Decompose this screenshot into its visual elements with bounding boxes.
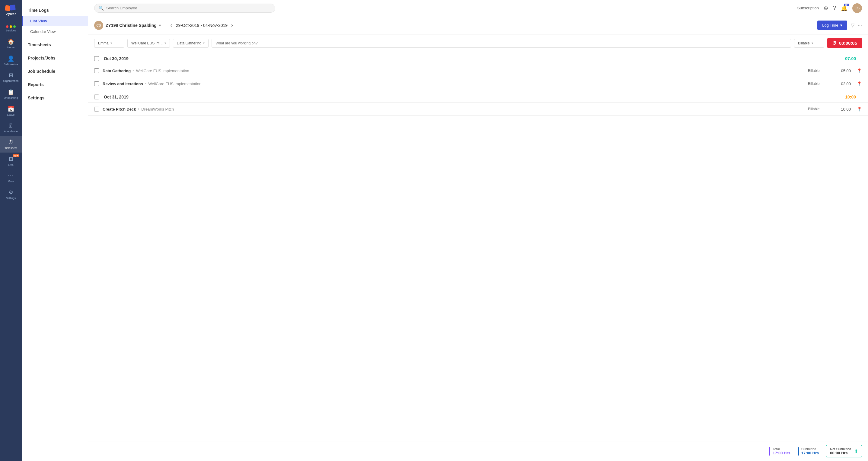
subscription-link[interactable]: Subscription [797, 6, 819, 10]
sidebar: Time Logs List View Calendar View Timesh… [22, 0, 88, 461]
nav-onboarding-label: Onboarding [4, 96, 18, 100]
nav-attendance-label: Attendance [4, 130, 18, 133]
nav-more-label: More [8, 180, 14, 183]
next-date-button[interactable]: › [231, 22, 233, 28]
nav-item-self-service[interactable]: 👤 Self-service [0, 52, 22, 69]
task-billable-0-1: Billable [808, 82, 829, 86]
nav-item-services[interactable]: Services [0, 22, 22, 35]
app-logo[interactable]: Zylker [4, 4, 17, 18]
nav-item-leave[interactable]: 📅 Leave [0, 103, 22, 120]
task-billable-0-0: Billable [808, 68, 829, 73]
nav-item-home[interactable]: 🏠 Home [0, 35, 22, 52]
services-dots-icon [6, 25, 16, 28]
submitted-value: 17:00 Hrs [801, 451, 819, 455]
task-info-1-0: Create Pitch Deck • DreamWorks Pitch [103, 106, 804, 112]
lms-new-badge: NEW [13, 154, 19, 157]
left-navigation: Zylker Services 🏠 Home 👤 Self-service ⊞ … [0, 0, 22, 461]
project-filter-arrow-icon: ▾ [164, 41, 166, 45]
billable-filter-arrow-icon: ▾ [812, 41, 813, 45]
log-time-button[interactable]: Log Time ▾ [817, 21, 847, 30]
task-name-0-0: Data Gathering [103, 68, 131, 73]
nav-settings-label: Settings [6, 197, 16, 200]
total-bar [769, 447, 770, 456]
svg-text:Zylker: Zylker [6, 12, 16, 16]
add-icon[interactable]: ⊕ [824, 5, 828, 11]
nav-leave-label: Leave [7, 113, 15, 117]
sidebar-title-projects[interactable]: Projects/Jobs [22, 53, 88, 63]
task-sep-0-0: • [132, 68, 134, 74]
billable-filter-dropdown[interactable]: Billable ▾ [794, 39, 824, 48]
footer-summary: Total 17:00 Hrs Submitted 17:00 Hrs Not … [88, 441, 868, 461]
filter-icon[interactable]: ▽ [851, 22, 855, 28]
total-summary-text: Total 17:00 Hrs [773, 447, 790, 455]
task-name-1-0: Create Pitch Deck [103, 107, 136, 112]
project-filter-dropdown[interactable]: WellCare EUS Im... ▾ [127, 39, 170, 48]
total-label: Total [773, 447, 790, 451]
search-input[interactable] [106, 6, 271, 10]
sidebar-section-jobschedule: Job Schedule [22, 66, 88, 77]
not-submitted-value: 00:00 Hrs [830, 451, 851, 455]
submitted-bar [798, 447, 799, 456]
table-row: Create Pitch Deck • DreamWorks Pitch Bil… [88, 103, 868, 116]
task-info-0-0: Data Gathering • WellCare EUS Implementa… [103, 68, 804, 74]
nav-item-more[interactable]: ··· More [0, 170, 22, 186]
leave-icon: 📅 [7, 106, 14, 112]
date-label-oct31: Oct 31, 2019 [104, 94, 129, 99]
sidebar-title-timelogs[interactable]: Time Logs [22, 5, 88, 16]
date-group-checkbox-oct30[interactable] [94, 56, 99, 61]
sidebar-section-timesheets: Timesheets [22, 39, 88, 50]
nav-item-onboarding[interactable]: 📋 Onboarding [0, 86, 22, 103]
table-row: Data Gathering • WellCare EUS Implementa… [88, 64, 868, 77]
timelog-content: Oct 30, 2019 07:00 Data Gathering • Well… [88, 52, 868, 441]
task-sep-0-1: • [145, 81, 147, 86]
employee-selector[interactable]: CS ZY198 Christine Spalding ▾ [94, 21, 161, 30]
date-navigation: ‹ 29-Oct-2019 - 04-Nov-2019 › [170, 22, 233, 28]
help-icon[interactable]: ? [833, 5, 836, 11]
employee-name: ZY198 Christine Spalding [105, 23, 157, 28]
task-filter-dropdown[interactable]: Data Gathering ▾ [173, 39, 209, 48]
task-filter-value: Data Gathering [177, 41, 201, 45]
log-time-dropdown-icon: ▾ [840, 23, 842, 28]
nav-item-lms[interactable]: NEW ⊞ LMS [0, 152, 22, 170]
notification-icon[interactable]: 🔔 99+ [841, 5, 847, 11]
location-icon-0-0: 📍 [857, 68, 862, 73]
self-service-icon: 👤 [7, 55, 14, 62]
sidebar-title-timesheets[interactable]: Timesheets [22, 39, 88, 50]
lms-icon: ⊞ [9, 155, 13, 162]
date-group-oct30: Oct 30, 2019 07:00 [88, 52, 868, 64]
not-submitted-label: Not Submitted [830, 447, 851, 451]
sidebar-title-settings[interactable]: Settings [22, 92, 88, 103]
nav-lms-label: LMS [8, 163, 14, 167]
sidebar-item-list-view[interactable]: List View [22, 16, 88, 26]
svg-rect-1 [10, 4, 16, 10]
location-icon-1-0: 📍 [857, 107, 862, 112]
nav-item-organization[interactable]: ⊞ Organization [0, 69, 22, 86]
submit-icon[interactable]: ⬆ [854, 448, 858, 454]
work-input[interactable] [212, 39, 791, 48]
more-icon: ··· [7, 173, 14, 179]
employee-avatar: CS [94, 21, 103, 30]
date-group-checkbox-oct31[interactable] [94, 94, 99, 99]
sidebar-item-calendar-view[interactable]: Calendar View [22, 26, 88, 37]
entry-checkbox-0-0[interactable] [94, 68, 99, 73]
entry-checkbox-1-0[interactable] [94, 107, 99, 112]
prev-date-button[interactable]: ‹ [170, 22, 172, 28]
more-options-icon[interactable]: ··· [858, 23, 862, 28]
sidebar-title-reports[interactable]: Reports [22, 79, 88, 90]
submitted-summary: Submitted 17:00 Hrs [798, 447, 819, 456]
nav-item-settings[interactable]: ⚙ Settings [0, 186, 22, 203]
timer-display: 00:00:05 [839, 40, 857, 46]
search-box[interactable]: 🔍 [94, 4, 275, 13]
entry-checkbox-0-1[interactable] [94, 81, 99, 86]
nav-item-attendance[interactable]: 🗓 Attendance [0, 120, 22, 136]
employee-filter-dropdown[interactable]: Emma ▾ [94, 39, 124, 48]
timer-button[interactable]: ⏱ 00:00:05 [827, 38, 862, 48]
content-header: CS ZY198 Christine Spalding ▾ ‹ 29-Oct-2… [88, 16, 868, 34]
date-range-display: 29-Oct-2019 - 04-Nov-2019 [176, 23, 227, 28]
nav-timesheet-label: Timesheet [4, 146, 17, 150]
nav-item-timesheet[interactable]: ⏱ Timesheet [0, 136, 22, 153]
submitted-label: Submitted [801, 447, 819, 451]
sidebar-title-jobschedule[interactable]: Job Schedule [22, 66, 88, 77]
timesheet-icon: ⏱ [8, 139, 13, 146]
user-avatar[interactable]: CS [852, 3, 862, 13]
